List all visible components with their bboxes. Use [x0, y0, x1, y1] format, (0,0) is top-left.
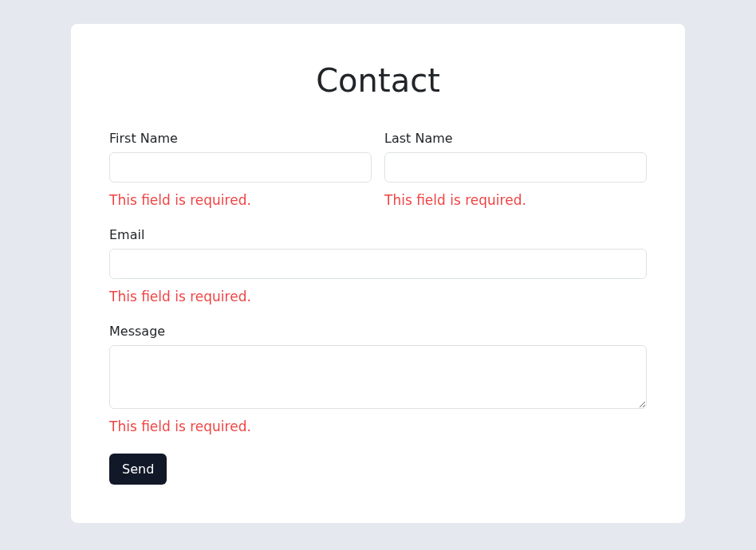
- last-name-group: Last Name This field is required.: [384, 131, 647, 208]
- send-button[interactable]: Send: [109, 454, 167, 485]
- message-error: This field is required.: [109, 418, 647, 434]
- contact-form-card: Contact First Name This field is require…: [71, 24, 685, 523]
- email-error: This field is required.: [109, 289, 647, 304]
- submit-wrap: Send: [109, 454, 647, 485]
- first-name-error: This field is required.: [109, 192, 372, 208]
- name-row: First Name This field is required. Last …: [109, 131, 647, 208]
- email-label: Email: [109, 227, 647, 242]
- first-name-label: First Name: [109, 131, 372, 146]
- first-name-group: First Name This field is required.: [109, 131, 372, 208]
- message-input[interactable]: [109, 345, 647, 409]
- first-name-input[interactable]: [109, 152, 372, 183]
- page-title: Contact: [109, 62, 647, 99]
- email-group: Email This field is required.: [109, 227, 647, 304]
- message-label: Message: [109, 324, 647, 339]
- last-name-error: This field is required.: [384, 192, 647, 208]
- message-group: Message This field is required.: [109, 324, 647, 434]
- last-name-label: Last Name: [384, 131, 647, 146]
- last-name-input[interactable]: [384, 152, 647, 183]
- email-input[interactable]: [109, 249, 647, 279]
